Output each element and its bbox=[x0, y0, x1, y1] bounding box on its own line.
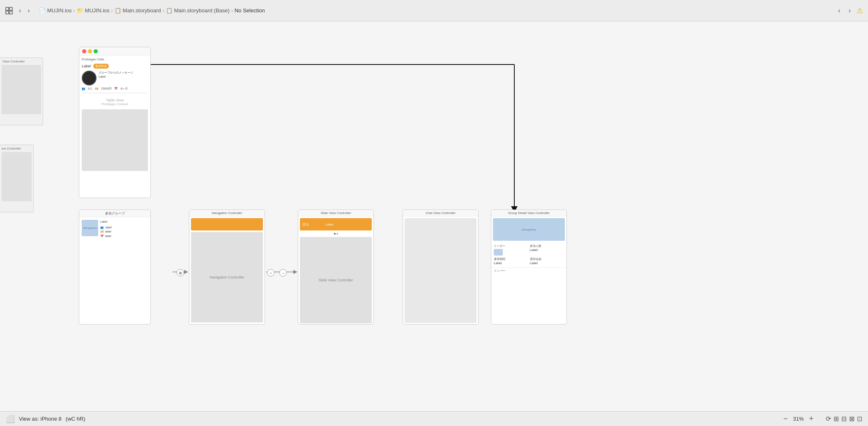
table-view-placeholder: Table View Prototype Content bbox=[82, 98, 148, 106]
nav-vc[interactable]: Navigation Controller Navigation Control… bbox=[189, 210, 265, 325]
breadcrumb-sep-2: › bbox=[111, 8, 113, 14]
svg-rect-3 bbox=[9, 11, 12, 14]
device-size: (wC hR) bbox=[66, 416, 85, 422]
group-vc-title: 参加グループ bbox=[79, 210, 150, 217]
chat-body bbox=[405, 218, 477, 323]
maximize-btn[interactable] bbox=[94, 49, 98, 53]
breadcrumb-item-3[interactable]: Main.storyboard bbox=[123, 7, 161, 14]
bottombar: ⬜ View as: iPhone 8 (wC hR) − 31% + ⟳ ⊞ … bbox=[0, 411, 868, 426]
cell-content: グループからのメッセージ Label bbox=[82, 71, 148, 85]
warning-icon: ⚠ bbox=[856, 6, 863, 15]
toolbar-back-button[interactable]: ‹ bbox=[836, 6, 843, 15]
toolbar: ‹ › 📄 MUJIN.ios › 📁 MUJIN.ios › 📋 Main.s… bbox=[0, 0, 868, 21]
detail-vc-img: UllmageView bbox=[493, 218, 565, 241]
cell-badge: 参加申請 bbox=[93, 64, 109, 69]
breadcrumb-sep-4: › bbox=[231, 8, 233, 14]
conn-circle-1: ⊕ bbox=[177, 269, 184, 276]
group-cell-info: Label 👥 label 💴 label 📅 label bbox=[100, 220, 112, 238]
zoom-controls: − 31% + bbox=[783, 414, 813, 423]
table-body-area bbox=[82, 109, 148, 171]
breadcrumb-icon-4: 📋 bbox=[166, 7, 173, 14]
breadcrumb: 📄 MUJIN.ios › 📁 MUJIN.ios › 📋 Main.story… bbox=[39, 7, 265, 14]
conn-arrow-2: → bbox=[279, 269, 287, 276]
breadcrumb-current: No Selection bbox=[235, 7, 265, 14]
meta-people-icon: 👥 bbox=[82, 87, 85, 90]
detail-leader-cell: リーダー bbox=[494, 244, 528, 256]
slide-dots bbox=[298, 232, 373, 235]
tvc-content: Prototype Cells Label 参加申請 グループからのメッセージ … bbox=[79, 56, 150, 173]
breadcrumb-icon-2: 📁 bbox=[77, 7, 83, 14]
group-cell: UllmageView Label 👥 label 💴 label 📅 labe… bbox=[82, 220, 148, 238]
bottom-right-icons: ⟳ ⊞ ⊟ ⊠ ⊡ bbox=[826, 415, 862, 423]
zoom-out-button[interactable]: − bbox=[783, 414, 788, 423]
toolbar-forward-button[interactable]: › bbox=[846, 6, 853, 15]
zoom-value: 31% bbox=[790, 416, 806, 422]
minimize-btn[interactable] bbox=[88, 49, 92, 53]
slide-body: Slide View Controller bbox=[300, 237, 372, 323]
cell-label-text: Label bbox=[82, 64, 91, 68]
slide-nav-bar: 戻る Label bbox=[300, 218, 372, 230]
cell-header-row: Label 参加申請 bbox=[82, 63, 148, 69]
detail-members-cell: 参加人数 Label bbox=[530, 244, 564, 256]
nav-buttons: ‹ › bbox=[16, 6, 32, 15]
svg-rect-0 bbox=[6, 7, 9, 10]
nav-vc-title: Navigation Controller bbox=[189, 210, 265, 216]
breadcrumb-item-1[interactable]: MUJIN.ios bbox=[47, 7, 72, 14]
slide-dot-1 bbox=[334, 233, 336, 235]
storyboard-canvas[interactable]: View Controller ew Controller Prototype … bbox=[0, 21, 868, 411]
layout-icon-1[interactable]: ⊞ bbox=[833, 415, 839, 423]
g-icon3: 📅 bbox=[100, 234, 104, 239]
svg-marker-10 bbox=[293, 270, 297, 274]
left-vc1-label: View Controller bbox=[0, 58, 43, 65]
svg-rect-1 bbox=[9, 7, 12, 10]
device-icon: ⬜ bbox=[6, 414, 15, 424]
group-img-label: UllmageView bbox=[83, 227, 97, 229]
breadcrumb-icon-3: 📋 bbox=[115, 7, 121, 14]
fit-icon[interactable]: ⟳ bbox=[826, 415, 831, 423]
group-vc-body: UllmageView Label 👥 label 💴 label 📅 labe… bbox=[79, 217, 150, 241]
grid-icon[interactable] bbox=[5, 7, 13, 15]
cell-meta-row: 👥 4人 💴 15000円 📅 6ヶ月 bbox=[82, 87, 148, 91]
group-cell-img: UllmageView bbox=[82, 220, 98, 236]
detail-info-grid: リーダー 参加人数 Label 運用期間 Label 運用金額 Label bbox=[491, 242, 566, 267]
conn-circle-2: ○ bbox=[267, 269, 274, 276]
detail-amount-cell: 運用金額 Label bbox=[530, 257, 564, 265]
detail-member-section: メンバー bbox=[491, 267, 566, 274]
detail-leader-img bbox=[494, 249, 503, 256]
breadcrumb-item-2[interactable]: MUJIN.ios bbox=[85, 7, 110, 14]
group-vc[interactable]: 参加グループ UllmageView Label 👥 label 💴 label bbox=[79, 210, 151, 325]
cell-info-text: グループからのメッセージ Label bbox=[99, 71, 133, 85]
cell-avatar-img bbox=[82, 71, 97, 85]
layout-icon-3[interactable]: ⊠ bbox=[849, 415, 854, 423]
chat-vc[interactable]: Chat View Controller bbox=[403, 210, 479, 325]
close-btn[interactable] bbox=[82, 49, 86, 53]
left-partial-vc-1: View Controller bbox=[0, 58, 43, 125]
breadcrumb-icon-1: 📄 bbox=[39, 7, 46, 14]
detail-vc[interactable]: Group Detail View Controller UllmageView… bbox=[491, 210, 567, 325]
slide-dot-2 bbox=[336, 233, 338, 235]
slide-back-label: 戻る bbox=[302, 222, 309, 227]
breadcrumb-item-4[interactable]: Main.storyboard (Base) bbox=[174, 7, 230, 14]
slide-body-text: Slide View Controller bbox=[319, 278, 353, 282]
slide-vc-title: Slide View Controller bbox=[298, 210, 373, 216]
left-vc2-label: ew Controller bbox=[0, 145, 33, 152]
detail-vc-title: Group Detail View Controller bbox=[491, 210, 566, 216]
window-buttons bbox=[79, 47, 150, 56]
g-icon2: 💴 bbox=[100, 230, 104, 234]
layout-icon-4[interactable]: ⊡ bbox=[857, 415, 862, 423]
svg-rect-2 bbox=[6, 11, 9, 14]
toolbar-right: ‹ › ⚠ bbox=[836, 6, 863, 15]
zoom-in-button[interactable]: + bbox=[809, 414, 813, 423]
forward-button[interactable]: › bbox=[25, 6, 32, 15]
group-icons-row: 👥 label bbox=[100, 226, 112, 230]
back-button[interactable]: ‹ bbox=[16, 6, 23, 15]
chat-vc-title: Chat View Controller bbox=[403, 210, 478, 216]
meta-cal-icon: 📅 bbox=[114, 87, 118, 90]
slide-vc[interactable]: Slide View Controller 戻る Label Slide Vie… bbox=[298, 210, 374, 325]
table-view-vc[interactable]: Prototype Cells Label 参加申請 グループからのメッセージ … bbox=[79, 47, 151, 198]
slide-bar-title: Label bbox=[325, 223, 334, 226]
svg-marker-8 bbox=[184, 270, 188, 274]
layout-icon-2[interactable]: ⊟ bbox=[841, 415, 847, 423]
left-partial-vc-2: ew Controller bbox=[0, 145, 34, 212]
g-icon1: 👥 bbox=[100, 226, 104, 230]
